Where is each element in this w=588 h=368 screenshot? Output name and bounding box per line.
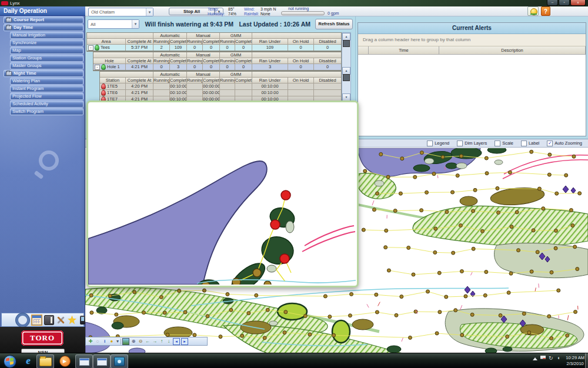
col-header-station[interactable]: Station <box>100 78 126 83</box>
sidebar-item-night-time[interactable]: Night Time <box>4 70 83 77</box>
zoom-out-icon[interactable]: ⊖ <box>138 339 143 344</box>
grid-row-tees[interactable]: -Tees5:37 PM2109000010900 <box>87 45 341 51</box>
zoom-in-icon[interactable]: ⊕ <box>131 339 136 344</box>
group-header-gmm[interactable]: GMM <box>220 33 252 38</box>
col-header-ran-under[interactable]: Ran Under <box>252 39 288 44</box>
checkbox-icon[interactable] <box>427 140 433 146</box>
map-option-dim-layers[interactable]: Dim Layers <box>457 140 487 146</box>
col-header-running[interactable]: Running <box>153 78 170 83</box>
filter-select[interactable]: All ▼ <box>88 19 139 29</box>
grid-scrollbar[interactable]: ▲ ▲ ▼ <box>342 32 351 102</box>
col-header-complete[interactable]: Complete <box>203 78 220 83</box>
start-button[interactable] <box>4 355 16 368</box>
checkbox-checked-icon[interactable]: ✓ <box>547 140 553 146</box>
taskbar-clock[interactable]: 10:29 AM 2/3/2010 <box>566 355 584 367</box>
report-book-icon[interactable] <box>44 315 54 325</box>
sidebar-item-map[interactable]: Map <box>10 47 83 54</box>
col-header-hole[interactable]: Hole <box>93 58 126 63</box>
chevron-down-icon[interactable]: ▼ <box>146 8 153 16</box>
map-option-label[interactable]: Label <box>521 140 539 146</box>
col-header-running[interactable]: Running <box>187 58 203 63</box>
group-header-automatic[interactable]: Automatic <box>153 33 187 38</box>
maximize-button[interactable]: ▫ <box>559 0 570 6</box>
map-option-scale[interactable]: Scale <box>495 140 513 146</box>
map-layer-icon[interactable]: ● <box>109 339 115 344</box>
sidebar-item-scheduled-activity[interactable]: Scheduled Activity <box>10 101 83 108</box>
map-option-legend[interactable]: Legend <box>427 140 449 146</box>
handheld-device-icon[interactable] <box>80 316 85 324</box>
chevron-down-icon[interactable]: ▼ <box>132 20 139 28</box>
collapse-icon[interactable]: - <box>95 65 100 70</box>
settings-gear-icon[interactable] <box>16 313 29 327</box>
collapse-icon[interactable]: - <box>88 45 93 51</box>
show-desktop-button[interactable] <box>585 353 588 368</box>
scroll-thumb[interactable] <box>343 40 350 47</box>
map-image-icon[interactable] <box>122 338 129 345</box>
col-header-complete-at[interactable]: Complete At <box>126 78 153 83</box>
redo-view-icon[interactable]: ► <box>181 338 188 345</box>
col-header-running[interactable]: Running <box>220 58 235 63</box>
audio-icon[interactable]: ◖ <box>557 356 562 361</box>
grid-row-hole-1[interactable]: -Hole 14:21 PM030000300 <box>93 64 341 70</box>
col-header-complete[interactable]: Complete <box>203 58 220 63</box>
col-header-complete[interactable]: Complete <box>235 58 252 63</box>
zoomed-map[interactable] <box>88 102 356 285</box>
col-header-area[interactable]: Area <box>87 39 126 44</box>
sidebar-item-station-groups[interactable]: Station Groups <box>10 55 83 62</box>
weather-sun-button[interactable] <box>527 6 539 16</box>
group-header-gmm[interactable]: GMM <box>220 72 252 77</box>
media-player-icon[interactable]: ▶ <box>56 354 73 367</box>
col-header-complete[interactable]: Complete <box>235 78 252 83</box>
sidebar-item-switch-program[interactable]: Switch Program <box>10 108 83 115</box>
lynx-app-icon[interactable] <box>111 354 128 368</box>
internet-explorer-icon[interactable]: e <box>20 354 36 367</box>
col-header-running[interactable]: Running <box>153 39 170 44</box>
map-select-icon[interactable]: ✛ <box>88 339 93 344</box>
col-header-running[interactable]: Running <box>220 78 235 83</box>
close-button[interactable]: x <box>570 0 586 6</box>
sidebar-item-watering-plan[interactable]: Watering Plan <box>10 78 83 85</box>
alerts-col-description[interactable]: Description <box>439 46 586 54</box>
sync-icon[interactable]: ↻ <box>549 356 554 361</box>
pan-down-icon[interactable]: ↓ <box>166 339 172 344</box>
map-option-auto-zooming[interactable]: ✓Auto Zooming <box>547 140 582 146</box>
map-info-icon[interactable]: i <box>102 339 108 344</box>
col-header-on-hold[interactable]: On Hold <box>288 58 314 63</box>
col-header-disabled[interactable]: Disabled <box>314 58 341 63</box>
tools-icon[interactable] <box>56 316 65 324</box>
col-header-complete[interactable]: Complete <box>170 78 187 83</box>
help-button[interactable]: ? <box>541 6 550 16</box>
sidebar-item-instant-program[interactable]: Instant Program <box>10 85 83 92</box>
app-window-2-icon[interactable] <box>93 354 111 368</box>
sidebar-item-master-groups[interactable]: Master Groups <box>10 62 83 69</box>
group-header-manual[interactable]: Manual <box>187 52 220 58</box>
col-header-complete[interactable]: Complete <box>170 58 187 63</box>
map-circle-icon[interactable]: ◌ <box>95 339 101 344</box>
course-select[interactable]: Old Chatam ▼ <box>88 8 153 16</box>
calendar-icon[interactable] <box>32 315 42 325</box>
col-header-complete[interactable]: Complete <box>235 39 252 44</box>
col-header-complete[interactable]: Complete <box>203 39 220 44</box>
sidebar-item-manual-irrigation[interactable]: Manual Irrigation <box>10 32 83 39</box>
col-header-running[interactable]: Running <box>187 78 203 83</box>
tray-expand-icon[interactable] <box>533 357 537 360</box>
col-header-disabled[interactable]: Disabled <box>314 39 341 44</box>
grid-row-1te5[interactable]: 1TE54:20 PM00:10:0000:00:0000:10:00 <box>100 83 341 90</box>
app-window-1-icon[interactable] <box>75 354 93 368</box>
group-header-automatic[interactable]: Automatic <box>153 72 187 77</box>
col-header-on-hold[interactable]: On Hold <box>288 78 314 83</box>
group-header-automatic[interactable]: Automatic <box>153 52 187 58</box>
checkbox-icon[interactable] <box>495 140 500 146</box>
col-header-complete[interactable]: Complete <box>170 39 187 44</box>
group-header-gmm[interactable]: GMM <box>220 52 252 58</box>
undo-view-icon[interactable]: ◄ <box>173 338 180 345</box>
col-header-ran-under[interactable]: Ran Under <box>252 78 288 83</box>
action-center-flag-icon[interactable] <box>540 356 546 361</box>
checkbox-icon[interactable] <box>521 140 527 146</box>
col-header-running[interactable]: Running <box>153 58 170 63</box>
alerts-col-time[interactable]: Time <box>369 46 439 54</box>
grid-row-1te6[interactable]: 1TE64:21 PM00:10:0000:00:0000:10:00 <box>100 90 341 96</box>
col-header-complete-at[interactable]: Complete At <box>126 58 153 63</box>
refresh-status-button[interactable]: Refresh Status <box>315 19 353 29</box>
file-explorer-icon[interactable] <box>36 354 54 368</box>
